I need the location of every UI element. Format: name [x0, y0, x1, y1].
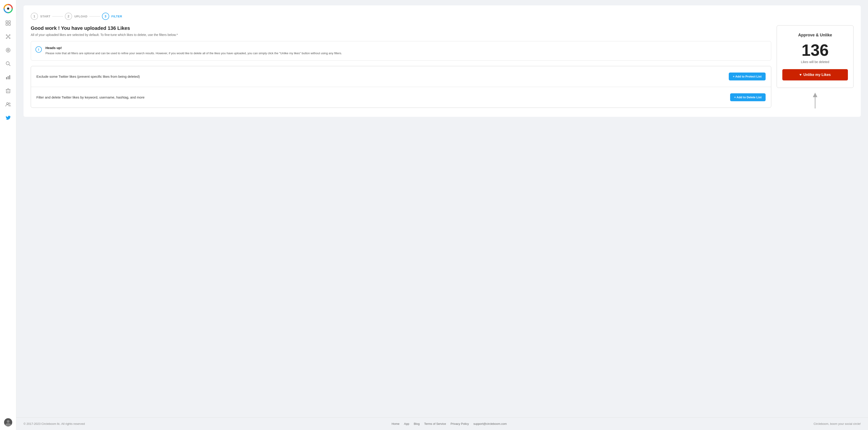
footer: © 2017-2023 Circleboom llc. All rights r… [16, 417, 868, 430]
svg-point-28 [6, 103, 8, 104]
svg-marker-33 [813, 93, 817, 97]
step-divider-2 [89, 16, 100, 16]
footer-copyright: © 2017-2023 Circleboom llc. All rights r… [24, 422, 85, 426]
svg-point-10 [9, 38, 10, 39]
svg-rect-21 [8, 76, 8, 79]
svg-rect-4 [6, 24, 8, 25]
sidebar-item-circle[interactable] [4, 46, 12, 54]
main-content: 1 START 2 UPLOAD 3 FILTER [16, 0, 868, 430]
approve-title: Approve & Unlike [782, 33, 848, 37]
approve-box: Approve & Unlike 136 Likes will be delet… [777, 25, 854, 88]
upload-heading: Good work ! You have uploaded 136 Likes [31, 25, 771, 31]
svg-point-29 [9, 103, 10, 104]
svg-line-13 [7, 37, 7, 38]
arrow-container [777, 92, 854, 109]
svg-point-1 [7, 7, 9, 10]
filter-box: Exclude some Twitter likes (prevent spec… [31, 66, 771, 108]
filter-delete-label: Filter and delete Twitter likes by keywo… [36, 95, 145, 99]
svg-rect-22 [9, 75, 10, 79]
footer-tagline: Circleboom, boom your social circle! [813, 422, 861, 426]
step-2-label: UPLOAD [74, 15, 88, 18]
info-box-title: Heads up! [45, 46, 342, 50]
approve-count-label: Likes will be deleted [782, 60, 848, 64]
svg-point-6 [7, 36, 9, 37]
sidebar-item-users[interactable] [4, 100, 12, 108]
footer-link-blog[interactable]: Blog [414, 422, 420, 426]
svg-point-9 [6, 38, 7, 39]
svg-line-19 [9, 65, 10, 66]
step-3-circle: 3 [102, 13, 109, 20]
info-box-content: Heads up! Please note that all filters a… [45, 46, 342, 56]
footer-links: Home App Blog Terms of Service Privacy P… [392, 422, 507, 426]
step-1-circle: 1 [31, 13, 38, 20]
filter-row-protect: Exclude some Twitter likes (prevent spec… [31, 66, 771, 87]
sidebar-item-twitter[interactable] [4, 114, 12, 122]
footer-link-app[interactable]: App [404, 422, 409, 426]
step-1[interactable]: 1 START [31, 13, 51, 20]
svg-rect-2 [6, 21, 8, 23]
svg-line-11 [7, 35, 7, 36]
arrow-up-icon [811, 92, 819, 109]
unlike-button-label: Unlike my Likes [803, 73, 831, 77]
step-3-label: FILTER [112, 15, 122, 18]
steps-bar: 1 START 2 UPLOAD 3 FILTER [31, 13, 854, 20]
step-divider-1 [52, 16, 63, 16]
add-protect-list-button[interactable]: + Add to Protect List [729, 72, 766, 80]
main-layout: Good work ! You have uploaded 136 Likes … [31, 25, 854, 109]
sidebar [0, 0, 16, 430]
footer-link-tos[interactable]: Terms of Service [424, 422, 446, 426]
filter-protect-label: Exclude some Twitter likes (prevent spec… [36, 74, 140, 78]
left-column: Good work ! You have uploaded 136 Likes … [31, 25, 771, 108]
svg-point-17 [8, 50, 8, 51]
approve-count: 136 [782, 42, 848, 58]
sidebar-item-analytics[interactable] [4, 73, 12, 81]
svg-line-12 [9, 35, 9, 36]
sidebar-item-delete[interactable] [4, 87, 12, 95]
sidebar-item-search[interactable] [4, 60, 12, 68]
svg-rect-20 [6, 77, 7, 79]
svg-rect-5 [8, 24, 10, 25]
right-column: Approve & Unlike 136 Likes will be delet… [777, 25, 854, 109]
user-avatar[interactable] [4, 418, 12, 426]
step-1-label: START [40, 15, 51, 18]
sidebar-item-network[interactable] [4, 33, 12, 41]
svg-rect-3 [8, 21, 10, 23]
unlike-button[interactable]: ♥ Unlike my Likes [782, 69, 848, 80]
info-box: i Heads up! Please note that all filters… [31, 41, 771, 61]
info-box-text: Please note that all filters are optiona… [45, 51, 342, 56]
svg-line-14 [9, 37, 9, 38]
steps-card: 1 START 2 UPLOAD 3 FILTER [24, 5, 861, 117]
footer-link-home[interactable]: Home [392, 422, 400, 426]
footer-link-privacy[interactable]: Privacy Policy [451, 422, 469, 426]
upload-header: Good work ! You have uploaded 136 Likes … [31, 25, 771, 37]
sidebar-item-dashboard[interactable] [4, 19, 12, 27]
step-3[interactable]: 3 FILTER [102, 13, 122, 20]
upload-subheading: All of your uploaded likes are selected … [31, 33, 771, 37]
add-delete-list-button[interactable]: + Add to Delete List [730, 93, 766, 101]
page-area: 1 START 2 UPLOAD 3 FILTER [16, 0, 868, 417]
step-2-circle: 2 [65, 13, 72, 20]
svg-point-8 [9, 35, 10, 35]
sidebar-navigation [4, 19, 12, 418]
svg-point-7 [6, 35, 7, 35]
svg-point-31 [7, 420, 9, 423]
sidebar-bottom [4, 418, 12, 426]
heart-icon: ♥ [800, 73, 802, 77]
svg-rect-23 [6, 90, 10, 93]
app-logo[interactable] [3, 4, 13, 13]
footer-link-support[interactable]: support@circleboom.com [473, 422, 507, 426]
filter-row-delete: Filter and delete Twitter likes by keywo… [31, 87, 771, 107]
step-2[interactable]: 2 UPLOAD [65, 13, 88, 20]
info-icon: i [35, 46, 42, 53]
